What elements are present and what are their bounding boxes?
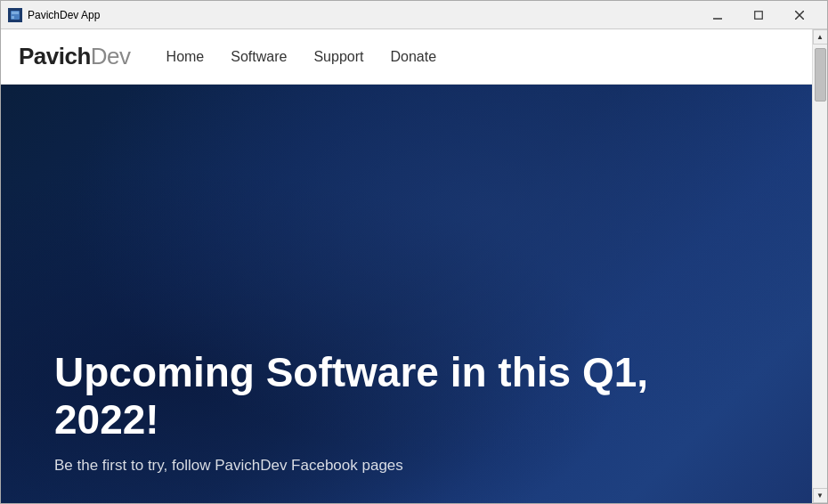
scrollbar-thumb[interactable] xyxy=(815,48,826,102)
hero-section: Upcoming Software in this Q1, 2022! Be t… xyxy=(1,85,812,503)
close-icon xyxy=(795,11,804,20)
brand-logo[interactable]: PavichDev xyxy=(19,43,131,70)
minimize-button[interactable] xyxy=(697,1,738,29)
minimize-icon xyxy=(713,11,722,20)
scrollbar-track[interactable] xyxy=(813,45,828,488)
nav-link-donate[interactable]: Donate xyxy=(390,49,436,64)
title-bar-text: PavichDev App xyxy=(28,9,697,21)
main-content: PavichDev Home Software Support Donate U… xyxy=(1,29,812,503)
navbar: PavichDev Home Software Support Donate xyxy=(1,29,812,85)
close-button[interactable] xyxy=(779,1,820,29)
svg-rect-2 xyxy=(12,16,14,19)
nav-link-home[interactable]: Home xyxy=(166,49,205,64)
nav-link-software[interactable]: Software xyxy=(231,49,287,64)
hero-content: Upcoming Software in this Q1, 2022! Be t… xyxy=(54,349,759,476)
scrollbar: ▲ ▼ xyxy=(812,29,827,503)
content-area: PavichDev Home Software Support Donate U… xyxy=(1,29,827,503)
brand-bold-text: Pavich xyxy=(19,43,91,70)
maximize-icon xyxy=(754,11,763,20)
title-bar: PavichDev App xyxy=(1,1,827,29)
maximize-button[interactable] xyxy=(738,1,779,29)
window: PavichDev App xyxy=(0,0,828,504)
svg-rect-1 xyxy=(12,12,19,14)
window-controls xyxy=(697,1,820,29)
scroll-up-arrow[interactable]: ▲ xyxy=(813,29,828,45)
brand-light-text: Dev xyxy=(91,43,131,70)
app-icon xyxy=(8,8,22,22)
svg-rect-4 xyxy=(755,11,763,19)
scroll-down-arrow[interactable]: ▼ xyxy=(813,488,828,503)
hero-title: Upcoming Software in this Q1, 2022! xyxy=(54,349,660,443)
nav-links: Home Software Support Donate xyxy=(166,49,436,65)
nav-link-support[interactable]: Support xyxy=(313,49,363,64)
hero-subtitle: Be the first to try, follow PavichDev Fa… xyxy=(54,454,759,477)
